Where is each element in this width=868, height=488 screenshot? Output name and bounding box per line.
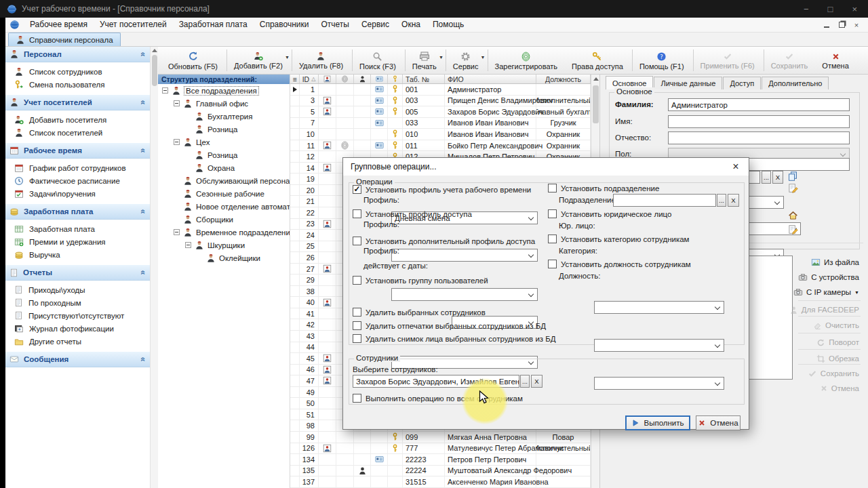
dialog-titlebar[interactable]: Групповые операции... [343, 158, 749, 176]
collapse-chevron-icon[interactable]: « [139, 357, 149, 362]
tree-item[interactable]: Временное подразделение [158, 226, 290, 239]
collapse-chevron-icon[interactable]: « [139, 148, 149, 153]
toolbar-button[interactable]: Обновить (F5) [162, 47, 226, 74]
column-header-fingerprint[interactable] [336, 75, 354, 83]
sidebar-item[interactable]: Премии и удержания [5, 235, 150, 248]
department-input[interactable] [613, 194, 716, 207]
menu-item[interactable]: Заработная плата [173, 18, 254, 32]
mdi-restore-button[interactable] [837, 21, 846, 29]
sidebar-section-header[interactable]: Персонал« [5, 47, 150, 62]
table-row[interactable]: 13522224Муштоватый Александр Федорович [290, 466, 591, 477]
toolbar-button[interactable]: Зарегистрировать [489, 47, 566, 74]
department-more-button[interactable]: ... [762, 171, 771, 184]
sidebar-section-header[interactable]: Сообщения« [5, 352, 150, 367]
sidebar-item[interactable]: Заработная плата [5, 222, 150, 235]
column-header-person[interactable] [354, 75, 371, 83]
set-access-profile-checkbox[interactable]: Установить профиль доступа [353, 209, 472, 218]
mdi-minimize-button[interactable] [822, 21, 831, 29]
edit-note-icon[interactable] [788, 183, 798, 193]
delete-fingerprints-checkbox[interactable]: Удалить отпечатки выбранных сотрудников … [353, 321, 546, 330]
delete-face-checkbox[interactable]: Удалить снимок лица выбранных сотруднико… [353, 334, 556, 343]
sidebar-item[interactable]: Задачи\поручения [5, 187, 150, 200]
delete-selected-checkbox[interactable]: Удалить выбранных сотрудников [353, 308, 486, 317]
checkbox-checked[interactable] [353, 185, 361, 194]
column-header-key[interactable] [388, 75, 403, 83]
set-legal-entity-checkbox[interactable]: Установить юридическое лицо [548, 209, 671, 218]
table-row[interactable]: 3003Прищеп Денис ВладимировичИсполнитель… [290, 96, 591, 107]
table-row[interactable]: 99099Мягкая Анна ПетровнаПовар [290, 432, 591, 443]
category-combo[interactable] [594, 339, 724, 352]
tree-toggle-icon[interactable] [174, 100, 180, 106]
collapse-chevron-icon[interactable]: « [139, 100, 149, 105]
dropdown-arrow-icon[interactable]: ▼ [481, 55, 486, 60]
table-row[interactable]: 126777Матулевичус Петер АбрамавичусИспол… [290, 443, 591, 455]
menu-item[interactable]: Отчеты [315, 18, 355, 32]
column-header-id[interactable]: ID △ [300, 75, 319, 83]
menu-item[interactable]: Помощь [427, 18, 470, 32]
menu-item[interactable]: Рабочее время [24, 18, 94, 32]
home-icon[interactable] [788, 210, 798, 220]
window-maximize-button[interactable]: □ [828, 4, 833, 14]
sidebar-item[interactable]: Журнал фотофиксации [5, 322, 150, 335]
employees-clear-button[interactable]: X [531, 375, 542, 388]
tree-item[interactable]: Обслуживающий персонал [158, 174, 290, 187]
column-header-card[interactable] [371, 75, 388, 83]
details-tab[interactable]: Личные данные [654, 77, 722, 89]
checkbox[interactable] [548, 260, 557, 268]
set-position-checkbox[interactable]: Установить должность сотрудникам [548, 260, 691, 268]
checkbox[interactable] [548, 184, 557, 192]
table-row[interactable]: 13731515Аксенченко Мария Ивановна [290, 476, 591, 488]
checkbox[interactable] [548, 235, 557, 243]
photo-action-button[interactable]: Из файла [797, 256, 861, 268]
sidebar-item[interactable]: Присутствуют\отсутствуют [5, 309, 150, 322]
checkbox[interactable] [353, 308, 361, 317]
sidebar-scrollbar[interactable] [150, 47, 158, 488]
tree-toggle-icon[interactable] [185, 242, 191, 248]
dialog-cancel-button[interactable]: Отмена [696, 415, 741, 430]
tree-item[interactable]: Оклейщики [158, 251, 290, 264]
extra-profile-combo[interactable] [391, 288, 538, 301]
menu-item[interactable]: Окна [395, 18, 427, 32]
sidebar-item[interactable]: График работ сотрудников [5, 161, 150, 174]
tree-toggle-icon[interactable] [174, 139, 180, 145]
sidebar-item[interactable]: Другие отчеты [5, 335, 150, 348]
checkbox[interactable] [353, 276, 361, 285]
tree-item[interactable]: Сборщики [158, 213, 290, 226]
checkbox[interactable] [353, 321, 361, 330]
table-row[interactable]: 7033Иванов Иван ИвановичГрузчик [290, 118, 591, 129]
sidebar-item[interactable]: Смена пользователя [5, 78, 150, 91]
tree-toggle-icon[interactable] [174, 229, 180, 235]
sidebar-section-header[interactable]: Отчеты« [5, 265, 150, 281]
menu-item[interactable]: Сервис [355, 18, 395, 32]
checkbox[interactable] [353, 237, 361, 245]
table-row[interactable]: 13422223Петров Петр Петрович [290, 454, 591, 466]
department-clear-button[interactable]: X [772, 171, 783, 184]
details-tab[interactable]: Дополнительно [762, 77, 829, 89]
collapse-chevron-icon[interactable]: « [139, 270, 149, 275]
toolbar-button[interactable]: Удалить (F8) [293, 47, 351, 74]
table-row[interactable]: 11011Бойко Петр АлександровичОхранник [290, 140, 591, 152]
column-header-photo[interactable] [319, 75, 336, 83]
tree-item[interactable]: Цех [158, 136, 290, 148]
toolbar-button[interactable]: ?Помощь (F1) [633, 47, 692, 74]
photo-action-button[interactable]: С IP камеры▼ [797, 286, 861, 298]
toolbar-button[interactable]: Поиск (F3) [353, 47, 404, 74]
sidebar-item[interactable]: Список сотрудников [5, 65, 150, 78]
department-clear-button[interactable]: X [728, 194, 739, 207]
tree-item[interactable]: Охрана [158, 161, 290, 174]
checkbox[interactable] [353, 209, 361, 218]
sidebar-section-header[interactable]: Рабочее время« [5, 143, 150, 159]
copy-icon[interactable] [787, 171, 798, 182]
execute-button[interactable]: Выполнить [625, 415, 690, 430]
edit-note-icon[interactable] [788, 224, 798, 235]
checkbox[interactable] [548, 209, 557, 218]
menu-item[interactable]: Справочники [254, 18, 315, 32]
checkbox[interactable] [353, 394, 361, 403]
table-row[interactable]: 5005Захаров Борис ЭдуардовичГлавный бухг… [290, 106, 591, 118]
field-input[interactable] [668, 131, 850, 144]
tree-item[interactable]: Розница [158, 148, 290, 161]
table-row[interactable]: 10010Иванов Иван ИвановичОхранник [290, 129, 591, 140]
dropdown-arrow-icon[interactable]: ▼ [285, 55, 290, 60]
toolbar-button[interactable]: Права доступа [566, 47, 631, 74]
tree-item[interactable]: Все подразделения [158, 84, 290, 97]
